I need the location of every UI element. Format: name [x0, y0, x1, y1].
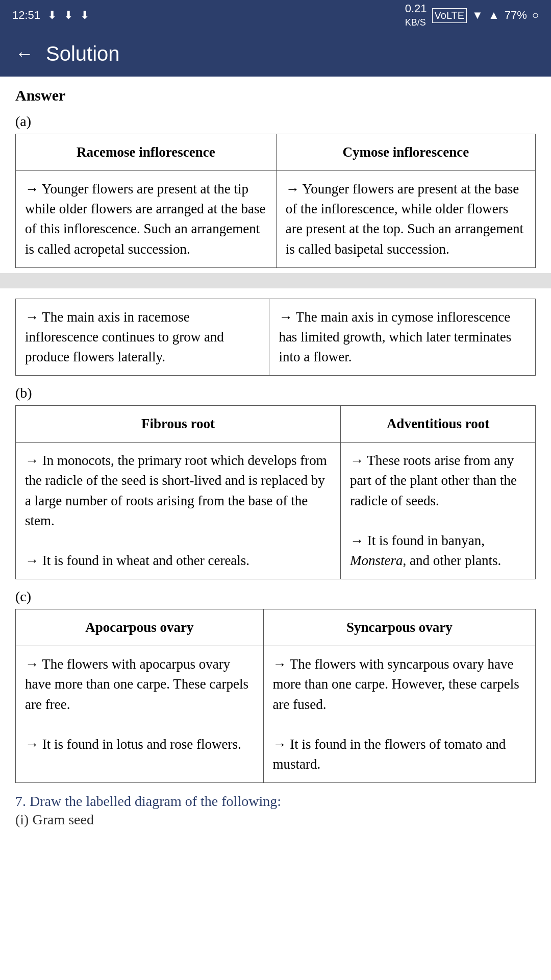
- col1-header-a: Racemose inflorescence: [16, 134, 277, 171]
- col2-header-c: Syncarpous ovary: [263, 609, 535, 646]
- back-button[interactable]: ←: [15, 43, 34, 64]
- part-a2-row1-col2: → The main axis in cymose inflorescence …: [269, 299, 536, 375]
- part-c-row1-col2: → The flowers with syncarpous ovary have…: [263, 646, 535, 783]
- part-a-label: (a): [15, 113, 536, 130]
- top-bar: ← Solution: [0, 31, 551, 77]
- col1-header-b: Fibrous root: [16, 406, 341, 443]
- download-icon-2: ⬇: [64, 9, 73, 22]
- col1-header-c: Apocarpous ovary: [16, 609, 264, 646]
- battery-icon: ○: [532, 9, 539, 22]
- download-icon-3: ⬇: [80, 9, 89, 22]
- part-b-row1-col2: → These roots arise from any part of the…: [341, 443, 536, 579]
- part-b-table: Fibrous root Adventitious root → In mono…: [15, 405, 536, 579]
- section-divider: [0, 273, 551, 288]
- part-b-row1-col1: → In monocots, the primary root which de…: [16, 443, 341, 579]
- volte-label: VoLTE: [432, 8, 467, 23]
- speed-value: 0.21KB/S: [405, 2, 427, 29]
- page-title: Solution: [46, 42, 120, 65]
- col2-header-b: Adventitious root: [341, 406, 536, 443]
- status-bar: 12:51 ⬇ ⬇ ⬇ 0.21KB/S VoLTE ▼ ▲ 77% ○: [0, 0, 551, 31]
- status-right: 0.21KB/S VoLTE ▼ ▲ 77% ○: [405, 2, 539, 29]
- col2-header-a: Cymose inflorescence: [276, 134, 535, 171]
- download-icon-1: ⬇: [47, 9, 57, 22]
- status-left: 12:51 ⬇ ⬇ ⬇: [12, 9, 89, 22]
- battery-level: 77%: [505, 9, 527, 22]
- part-a-table-2: → The main axis in racemose inflorescenc…: [15, 299, 536, 376]
- footer-question: 7. Draw the labelled diagram of the foll…: [15, 793, 536, 810]
- part-a-row1-col1: → Younger flowers are present at the tip…: [16, 171, 277, 268]
- footer-subitem: (i) Gram seed: [15, 812, 536, 828]
- part-b-label: (b): [15, 385, 536, 401]
- answer-label: Answer: [15, 87, 536, 104]
- part-c-label: (c): [15, 589, 536, 605]
- table-row: → The flowers with apocarpus ovary have …: [16, 646, 536, 783]
- table-row: → The main axis in racemose inflorescenc…: [16, 299, 536, 375]
- time: 12:51: [12, 9, 40, 22]
- content-area: Answer (a) Racemose inflorescence Cymose…: [0, 77, 551, 848]
- part-a-table-1: Racemose inflorescence Cymose infloresce…: [15, 134, 536, 268]
- signal-icon: ▲: [488, 9, 499, 22]
- part-a2-row1-col1: → The main axis in racemose inflorescenc…: [16, 299, 269, 375]
- wifi-icon: ▼: [472, 9, 483, 22]
- part-c-table: Apocarpous ovary Syncarpous ovary → The …: [15, 609, 536, 783]
- part-c-row1-col1: → The flowers with apocarpus ovary have …: [16, 646, 264, 783]
- part-a-row1-col2: → Younger flowers are present at the bas…: [276, 171, 535, 268]
- table-row: → In monocots, the primary root which de…: [16, 443, 536, 579]
- table-row: → Younger flowers are present at the tip…: [16, 171, 536, 268]
